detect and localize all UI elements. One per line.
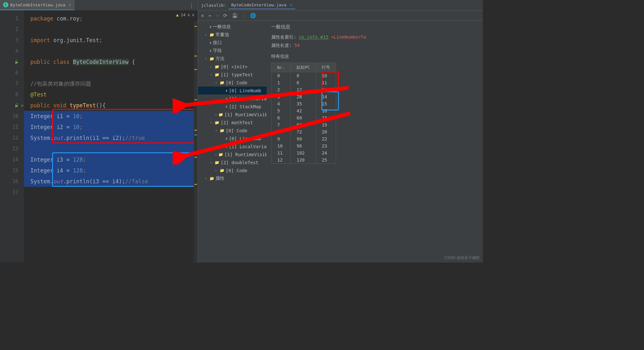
- tree-item[interactable]: ▮[2] StackMap: [198, 103, 267, 110]
- prev-arrow-icon[interactable]: ∧: [187, 12, 190, 17]
- tree-item[interactable]: ▸📁属性: [198, 174, 267, 182]
- right-tab[interactable]: ByteCodeInterView.java ×: [229, 1, 295, 9]
- gutter-line[interactable]: 3: [0, 35, 24, 46]
- tree-item[interactable]: ▮一般信息: [198, 23, 267, 31]
- back-icon[interactable]: ←: [208, 13, 211, 19]
- tree-item[interactable]: ▮接口: [198, 39, 267, 47]
- table-row[interactable]: 0010: [271, 72, 336, 80]
- gutter-line[interactable]: 13: [0, 143, 24, 154]
- file-icon: ▮: [225, 136, 228, 141]
- table-row[interactable]: 1110224: [271, 149, 336, 156]
- chevron-icon[interactable]: ▸: [210, 65, 213, 68]
- folder-icon: 📁: [218, 112, 223, 117]
- table-row[interactable]: 1611: [271, 79, 336, 86]
- next-arrow-icon[interactable]: ∨: [192, 12, 194, 17]
- table-row[interactable]: 87220: [271, 128, 336, 135]
- chevron-icon[interactable]: ▾: [210, 161, 213, 164]
- tree-item[interactable]: ▮字段: [198, 47, 267, 55]
- chevron-icon[interactable]: ▸: [215, 169, 218, 172]
- chevron-icon[interactable]: ▾: [210, 121, 213, 124]
- chevron-icon[interactable]: ▾: [215, 81, 218, 84]
- table-row[interactable]: 32814: [271, 93, 336, 100]
- table-row[interactable]: 54216: [271, 107, 336, 114]
- table-cell: 66: [291, 121, 316, 128]
- globe-icon[interactable]: 🌐: [250, 13, 256, 19]
- close-icon[interactable]: ✕: [201, 13, 204, 19]
- gutter-line[interactable]: 12: [0, 133, 24, 143]
- run-gutter-icon[interactable]: ▶: [15, 103, 20, 108]
- chevron-icon[interactable]: ▸: [215, 153, 217, 156]
- tree-item[interactable]: ▸📁[0] <init>: [198, 63, 267, 71]
- refresh-icon[interactable]: ⟳: [223, 13, 227, 19]
- gutter-line[interactable]: 5▶: [0, 57, 24, 67]
- gutter-line[interactable]: 1: [0, 13, 24, 24]
- gutter-line[interactable]: 10: [0, 111, 24, 122]
- keyword: import: [30, 37, 50, 43]
- code-text: Integer i2 =: [30, 124, 73, 130]
- gutter-line[interactable]: 2: [0, 24, 24, 35]
- run-gutter-icon[interactable]: ▶: [15, 59, 20, 65]
- tree-item[interactable]: ▾📁方法: [198, 55, 267, 63]
- table-row[interactable]: 21212: [271, 86, 336, 93]
- gutter-line[interactable]: 9▶⊟: [0, 100, 24, 111]
- chevron-icon[interactable]: ▸: [215, 113, 217, 116]
- table-cell: 12: [291, 86, 316, 93]
- folder-icon: 📁: [220, 80, 224, 85]
- save-icon[interactable]: 💾: [232, 13, 238, 19]
- attr-name-link[interactable]: cp_info #15: [299, 34, 328, 40]
- table-row[interactable]: 99022: [271, 135, 336, 142]
- gutter-line[interactable]: 15: [0, 165, 24, 176]
- table-row[interactable]: 66018: [271, 114, 336, 121]
- gutter-line[interactable]: 11: [0, 122, 24, 133]
- tree-item[interactable]: ▸📁[0] Code: [198, 166, 267, 174]
- detail-title: 一般信息: [271, 24, 478, 30]
- chevron-icon[interactable]: ▾: [205, 57, 208, 60]
- table-cell: 15: [316, 100, 336, 107]
- inspection-badge[interactable]: ▲ 14 ∧ ∨: [176, 12, 194, 17]
- chevron-icon[interactable]: ▾: [210, 73, 213, 76]
- gutter-line[interactable]: 6: [0, 67, 24, 78]
- comment: //false: [125, 178, 148, 185]
- tree-item[interactable]: ▸📁[1] RuntimeVisib: [198, 150, 267, 158]
- table-row[interactable]: 76619: [271, 121, 336, 128]
- gutter-line[interactable]: 7: [0, 78, 24, 89]
- line-number-table[interactable]: Nr.起始PC行号0010161121212328144351554216660…: [271, 63, 336, 164]
- forward-icon[interactable]: →: [216, 13, 219, 19]
- close-icon[interactable]: ×: [68, 2, 71, 7]
- gutter-line[interactable]: 16💡: [0, 176, 24, 187]
- gutter-line[interactable]: 17: [0, 187, 24, 198]
- gutter-line[interactable]: 8: [0, 89, 24, 100]
- table-header[interactable]: Nr.: [271, 63, 291, 72]
- chevron-icon[interactable]: ▸: [205, 33, 208, 36]
- gutter-line[interactable]: 14: [0, 154, 24, 165]
- table-cell: 6: [291, 79, 316, 86]
- tree-panel[interactable]: ▮一般信息▸📁常量池▮接口▮字段▾📁方法▸📁[0] <init>▾📁[1] ty…: [198, 21, 267, 262]
- tree-item[interactable]: ▾📁[2] mathTest: [198, 118, 267, 126]
- tree-item[interactable]: ▾📁[1] typeTest: [198, 71, 267, 79]
- tree-item[interactable]: ▮[0] LineNumb: [198, 134, 267, 142]
- tree-item[interactable]: ▾📁[0] Code: [198, 126, 267, 134]
- close-icon[interactable]: ×: [290, 3, 292, 7]
- tree-item[interactable]: ▮[1] LocalVaria: [198, 95, 267, 103]
- tree-item[interactable]: ▮[0] LineNumb: [198, 87, 267, 95]
- chevron-icon[interactable]: ▸: [205, 177, 208, 180]
- tree-item[interactable]: ▸📁常量池: [198, 31, 267, 39]
- attr-name-value: <LineNumberTa: [331, 34, 366, 40]
- table-header[interactable]: 起始PC: [291, 63, 316, 72]
- class-name: ByteCodeInterView: [73, 59, 129, 65]
- right-header: jclasslib: ByteCodeInterView.java ×: [198, 0, 483, 11]
- table-row[interactable]: 109623: [271, 142, 336, 149]
- table-row[interactable]: 1212025: [271, 156, 336, 164]
- table-header[interactable]: 行号: [316, 63, 336, 72]
- tree-item[interactable]: ▾📁[2] doubleTest: [198, 158, 267, 166]
- tree-item[interactable]: ▸📁[1] RuntimeVisib: [198, 110, 267, 118]
- fold-icon[interactable]: ⊟: [21, 103, 23, 108]
- gutter-line[interactable]: 4: [0, 46, 24, 57]
- tree-item[interactable]: ▾📁[0] Code: [198, 79, 267, 87]
- tab-menu-icon[interactable]: ⋮: [185, 2, 198, 9]
- editor-tab[interactable]: C ByteCodeInterView.java ×: [0, 0, 75, 10]
- code-area[interactable]: ▲ 14 ∧ ∨ package com.roy; import org.jun…: [24, 11, 198, 262]
- table-row[interactable]: 43515: [271, 100, 336, 107]
- tree-item[interactable]: ▮[1] LocalVaria: [198, 142, 267, 150]
- chevron-icon[interactable]: ▾: [215, 129, 218, 132]
